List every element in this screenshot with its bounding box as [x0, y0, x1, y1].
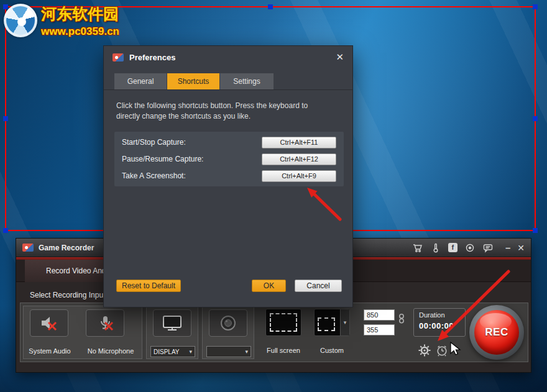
custom-label: Custom: [309, 347, 355, 354]
webcam-icon: [219, 314, 237, 332]
chevron-down-icon: ▾: [245, 349, 248, 355]
duration-label: Duration: [419, 311, 460, 319]
shortcut-label: Start/Stop Capture:: [122, 138, 186, 147]
no-microphone-label: No Microphone: [80, 347, 142, 355]
alarm-clock-icon: [436, 344, 448, 357]
custom-dropdown-arrow[interactable]: ▾: [340, 309, 349, 335]
start-stop-shortcut-button[interactable]: Ctrl+Alt+F11: [262, 137, 336, 148]
audio-group: System Audio No Microphone: [23, 306, 142, 359]
system-audio-button[interactable]: [30, 309, 68, 337]
preferences-titlebar: Preferences ✕: [104, 46, 352, 68]
pause-resume-shortcut-button[interactable]: Ctrl+Alt+F12: [262, 153, 336, 165]
link-aspect-icon[interactable]: [398, 313, 405, 327]
site-watermark: 河东软件园 www.pc0359.cn: [4, 4, 119, 38]
selection-handle[interactable]: [533, 4, 538, 9]
microphone-button[interactable]: [86, 309, 124, 337]
webcam-button[interactable]: [209, 309, 247, 337]
duration-panel: Duration 00:00:00: [413, 308, 466, 337]
select-recording-input-label: Select Recording Inpu: [30, 291, 103, 299]
shortcut-label: Take A Screenshot:: [122, 171, 186, 180]
webcam-group: ▾: [202, 306, 254, 359]
custom-region-button[interactable]: ▾: [314, 309, 350, 336]
recorder-window-title: Game Recorder: [39, 244, 94, 252]
selection-handle[interactable]: [268, 4, 273, 9]
minimize-button[interactable]: –: [505, 242, 510, 253]
rec-button[interactable]: REC: [474, 310, 519, 355]
dialog-divider: [104, 89, 352, 90]
dialog-close-button[interactable]: ✕: [336, 52, 344, 63]
recorder-toolbar: System Audio No Microphone DISPLAY ▾: [20, 303, 528, 362]
shortcut-label: Pause/Resume Capture:: [122, 155, 203, 163]
speaker-muted-icon: [40, 315, 58, 331]
fullscreen-group: Full screen: [260, 306, 306, 359]
preferences-dialog: Preferences ✕ General Shortcuts Settings…: [103, 45, 353, 308]
preferences-title: Preferences: [129, 53, 175, 62]
cancel-button[interactable]: Cancel: [295, 280, 342, 292]
chevron-down-icon: ▾: [344, 319, 347, 326]
webcam-select[interactable]: ▾: [206, 346, 251, 357]
custom-group: ▾ Custom: [309, 306, 357, 359]
schedule-button[interactable]: [436, 344, 448, 357]
gear-icon: [418, 344, 431, 357]
preferences-tabs: General Shortcuts Settings: [114, 73, 274, 89]
rec-button-ring: REC: [469, 305, 524, 360]
selection-handle[interactable]: [3, 116, 8, 121]
selection-handle[interactable]: [3, 228, 8, 233]
width-input[interactable]: [364, 309, 395, 321]
fullscreen-label: Full screen: [260, 347, 306, 354]
settings-gear-button[interactable]: [418, 344, 431, 357]
selection-handle[interactable]: [533, 116, 538, 121]
fullscreen-region-icon: [270, 313, 297, 332]
monitor-icon: [162, 314, 183, 332]
system-audio-label: System Audio: [24, 347, 76, 355]
duration-value: 00:00:00: [419, 321, 460, 330]
reset-to-default-button[interactable]: Reset to Default: [116, 280, 181, 292]
cart-icon[interactable]: [412, 242, 423, 253]
app-icon: [22, 244, 34, 252]
watermark-site-name: 河东软件园: [41, 4, 119, 24]
chevron-down-icon: ▾: [189, 349, 192, 355]
camera-icon[interactable]: [464, 242, 476, 253]
ok-button[interactable]: OK: [252, 280, 286, 292]
display-group: DISPLAY ▾: [146, 306, 198, 359]
rec-label: REC: [485, 326, 508, 339]
display-select[interactable]: DISPLAY ▾: [150, 346, 195, 357]
shortcuts-description: Click the following shortcuts button. Pr…: [116, 101, 344, 122]
screenshot-shortcut-button[interactable]: Ctrl+Alt+F9: [262, 170, 336, 182]
site-logo-icon: [4, 4, 37, 37]
fullscreen-button[interactable]: [265, 309, 301, 336]
selection-handle[interactable]: [533, 228, 538, 233]
shortcuts-panel: Start/Stop Capture: Ctrl+Alt+F11 Pause/R…: [114, 132, 344, 186]
watermark-site-url: www.pc0359.cn: [41, 25, 119, 38]
feedback-icon[interactable]: [482, 242, 494, 253]
desktop: 河东软件园 www.pc0359.cn Game Recorder f: [0, 0, 547, 392]
close-button[interactable]: ✕: [517, 243, 525, 253]
thermometer-icon[interactable]: [430, 242, 441, 253]
tab-settings[interactable]: Settings: [220, 73, 274, 89]
shortcut-row: Pause/Resume Capture: Ctrl+Alt+F12: [122, 153, 336, 165]
display-select-value: DISPLAY: [154, 349, 180, 355]
height-input[interactable]: [364, 324, 395, 335]
shortcut-row: Take A Screenshot: Ctrl+Alt+F9: [122, 170, 336, 182]
display-button[interactable]: [153, 309, 191, 337]
app-icon: [113, 53, 124, 62]
facebook-icon[interactable]: f: [448, 243, 457, 252]
tab-general[interactable]: General: [114, 73, 167, 89]
microphone-muted-icon: [96, 315, 114, 331]
shortcut-row: Start/Stop Capture: Ctrl+Alt+F11: [122, 136, 336, 148]
tab-shortcuts[interactable]: Shortcuts: [167, 73, 219, 89]
custom-region-icon: [318, 317, 335, 331]
